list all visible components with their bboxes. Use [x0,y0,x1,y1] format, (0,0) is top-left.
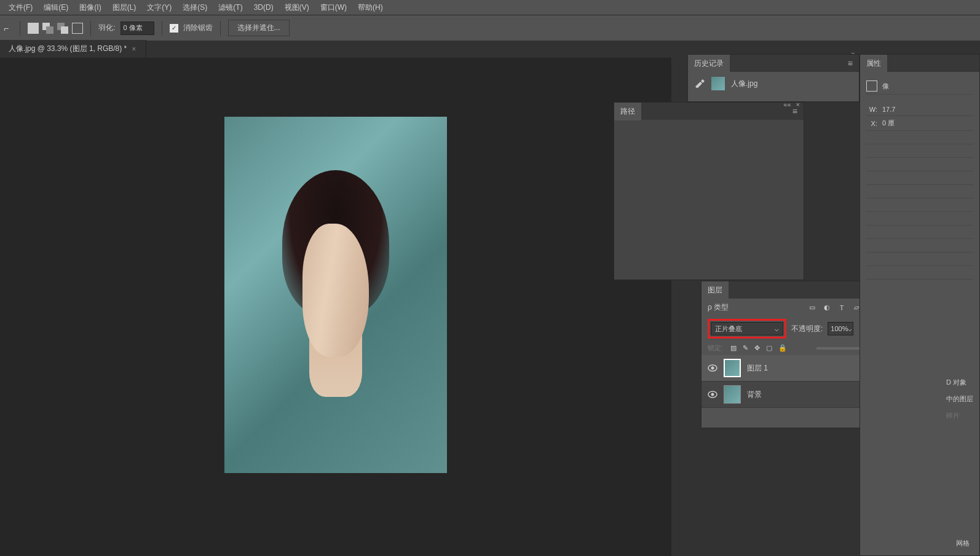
history-thumb [711,77,725,90]
new-selection-icon[interactable] [28,23,39,34]
document-canvas[interactable] [224,117,447,473]
lock-paint-icon[interactable]: ✎ [743,344,748,352]
menu-layer[interactable]: 图层(L) [108,1,141,15]
width-value[interactable]: 17.7 [882,106,895,113]
select-mask-button[interactable]: 选择并遮住... [228,20,290,36]
opacity-label: 不透明度: [791,324,823,334]
blend-mode-highlight: 正片叠底 ⌵ [708,319,786,339]
subtract-selection-icon[interactable] [57,23,68,34]
menu-select[interactable]: 选择(S) [178,1,212,15]
history-item[interactable]: 人像.jpg [688,72,859,95]
paths-list[interactable] [614,120,804,280]
feather-input[interactable] [121,22,154,35]
pieces-label: 碎片 [946,411,973,420]
antialias-label: 消除锯齿 [183,23,213,33]
lock-move-icon[interactable]: ✥ [754,344,760,352]
antialias-checkbox[interactable]: ✓ [170,24,178,33]
history-item-label: 人像.jpg [731,79,757,89]
menu-help[interactable]: 帮助(H) [353,1,388,15]
layer-kind-filter[interactable]: ρ 类型 [708,302,729,313]
menu-type[interactable]: 文字(Y) [142,1,176,15]
paths-panel: «« × 路径 ≡ [614,102,804,280]
menu-view[interactable]: 视图(V) [280,1,314,15]
document-tab[interactable]: 人像.jpg @ 33.3% (图层 1, RGB/8) * × [0,40,146,58]
layer-thumb [724,359,741,377]
layer-name[interactable]: 背景 [747,390,762,400]
filter-type-icon[interactable]: T [837,303,846,312]
history-panel-menu-icon[interactable]: ≡ [848,58,853,68]
svg-point-1 [711,367,714,370]
options-toolbar: ⌐ 羽化: ✓ 消除锯齿 选择并遮住... [0,15,980,41]
blend-mode-value: 正片叠底 [715,324,742,334]
x-label: X: [866,120,877,127]
chevron-down-icon: ⌵ [848,325,852,333]
eye-icon[interactable] [708,391,717,398]
blend-mode-select[interactable]: 正片叠底 ⌵ [711,322,783,335]
paths-panel-title[interactable]: 路径 [614,103,641,120]
add-selection-icon[interactable] [42,23,53,34]
lock-label: 锁定: [708,343,723,353]
menubar: 文件(F) 编辑(E) 图像(I) 图层(L) 文字(Y) 选择(S) 滤镜(T… [0,0,980,15]
properties-panel-title[interactable]: 属性 [860,55,887,72]
tab-title: 人像.jpg @ 33.3% (图层 1, RGB/8) * [9,44,127,54]
3d-object-label: D 对象 [946,378,973,387]
lock-artboard-icon[interactable]: ▢ [766,344,772,352]
tab-close-icon[interactable]: × [130,45,137,53]
menu-image[interactable]: 图像(I) [74,1,106,15]
intersect-selection-icon[interactable] [72,23,83,34]
properties-panel: 属性 像 W: 17.7 X: 0 厘 D 对象 中的图层 碎片 网格 [859,54,980,556]
width-label: W: [866,106,877,113]
menu-file[interactable]: 文件(F) [4,1,38,15]
filter-pixel-icon[interactable]: ▭ [808,303,816,312]
layer-name[interactable]: 图层 1 [747,363,768,374]
pixel-layer-icon [866,80,877,92]
canvas-area[interactable] [0,58,671,556]
svg-point-3 [711,393,714,396]
paths-collapse-icon[interactable]: «« [783,101,791,108]
menu-filter[interactable]: 滤镜(T) [213,1,247,15]
filter-adjust-icon[interactable]: ◐ [823,303,831,312]
chevron-down-icon: ⌵ [775,325,779,333]
lock-all-icon[interactable]: 🔒 [778,344,787,352]
lock-trans-icon[interactable]: ▨ [730,344,737,352]
menu-window[interactable]: 窗口(W) [315,1,352,15]
history-panel: 历史记录 ≡ 人像.jpg [687,54,859,102]
layer-thumb [724,385,741,404]
opacity-value: 100% [831,325,848,332]
layers-in-label: 中的图层 [946,394,973,404]
brush-icon [694,79,705,88]
history-panel-title[interactable]: 历史记录 [688,55,730,72]
grid-label: 网格 [956,539,970,548]
x-value[interactable]: 0 厘 [882,119,895,128]
opacity-input[interactable]: 100% ⌵ [828,322,853,335]
props-type-label: 像 [882,82,889,91]
selection-mode-group [28,23,83,34]
layers-panel-title[interactable]: 图层 [701,281,729,299]
menu-edit[interactable]: 编辑(E) [39,1,73,15]
eye-icon[interactable] [708,364,717,372]
paths-close-icon[interactable]: × [796,101,800,108]
menu-3d[interactable]: 3D(D) [249,1,279,14]
feather-label: 羽化: [98,23,115,33]
